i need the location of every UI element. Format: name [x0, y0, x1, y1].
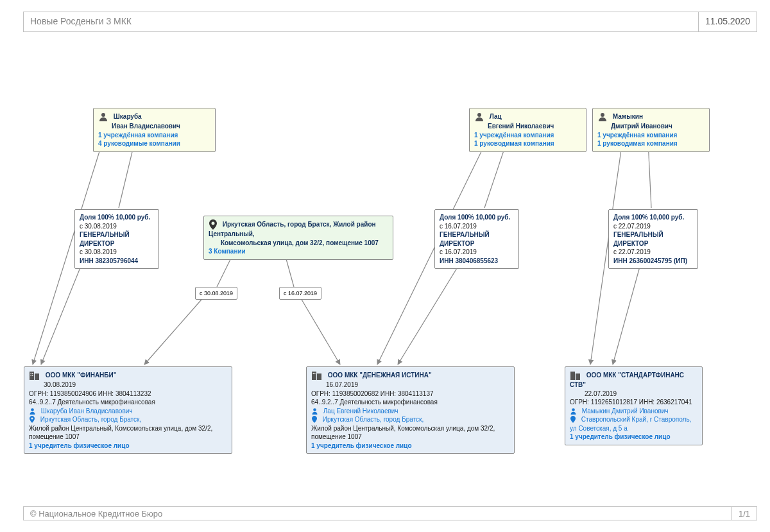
- svg-rect-24: [317, 373, 321, 380]
- person-lastname: Шкаруба: [114, 113, 142, 120]
- svg-point-15: [601, 113, 604, 117]
- person-icon: [98, 112, 108, 122]
- relation-node-1: Доля 100% 10,000 руб. с 30.08.2019 ГЕНЕР…: [74, 209, 159, 269]
- person-firstname: Евгений Николаевич: [488, 123, 554, 130]
- company-address-link[interactable]: Ставропольский Край, г Ставрополь,: [581, 416, 692, 423]
- svg-rect-20: [31, 375, 32, 376]
- company-name: ООО МКК "ФИНАНБИ": [46, 372, 117, 379]
- role-date: с 22.07.2019: [613, 248, 693, 257]
- company-activity: 64..9.2..7 Деятельность микрофинансовая: [29, 398, 227, 407]
- building-icon: [29, 370, 40, 381]
- svg-rect-19: [32, 373, 33, 374]
- pin-icon: [209, 219, 218, 230]
- company-date: 16.07.2019: [326, 381, 509, 390]
- role-text: ГЕНЕРАЛЬНЫЙ ДИРЕКТОР: [80, 230, 154, 248]
- svg-rect-23: [312, 372, 316, 380]
- svg-rect-18: [31, 373, 32, 374]
- role-text: ГЕНЕРАЛЬНЫЙ ДИРЕКТОР: [613, 230, 693, 248]
- header-bar: Новые Росденьги 3 МКК 11.05.2020: [23, 12, 757, 32]
- managed-link[interactable]: 4 руководимые компании: [98, 139, 210, 148]
- svg-rect-21: [32, 375, 33, 376]
- svg-rect-28: [570, 372, 575, 380]
- founded-link[interactable]: 1 учреждённая компания: [98, 131, 210, 140]
- founded-link[interactable]: 1 учреждённая компания: [474, 131, 581, 140]
- founders-link[interactable]: 1 учредитель физическое лицо: [29, 442, 227, 450]
- svg-line-4: [144, 295, 205, 365]
- companies-at-address-link[interactable]: 3 Компании: [209, 247, 388, 256]
- company-date: 22.07.2019: [585, 390, 697, 399]
- svg-line-6: [299, 295, 340, 365]
- copyright-text: © Национальное Кредитное Бюро: [24, 507, 732, 520]
- company-date: 30.08.2019: [44, 381, 227, 390]
- company-address2[interactable]: ул Советская, д 5 а: [570, 424, 697, 433]
- svg-rect-29: [576, 373, 580, 380]
- company-name: ООО МКК "СТАНДАРТФИНАНС СТВ": [570, 372, 684, 388]
- company-activity: 64..9.2..7 Деятельность микрофинансовая: [311, 398, 509, 407]
- company-ids: ОГРН: 1192651012817 ИНН: 2636217041: [570, 398, 697, 407]
- edge-date-label-1: с 30.08.2019: [195, 287, 237, 300]
- inn-text: ИНН 263600245795 (ИП): [613, 257, 693, 266]
- person-node-shkaruba[interactable]: Шкаруба Иван Владиславович 1 учреждённая…: [93, 108, 216, 152]
- svg-point-30: [572, 409, 575, 412]
- svg-line-1: [41, 260, 83, 365]
- svg-rect-17: [35, 373, 39, 380]
- company-address-link[interactable]: Иркутская Область, город Братск,: [323, 416, 424, 423]
- company-director-link[interactable]: Мамыкин Дмитрий Иванович: [582, 408, 669, 415]
- share-date: с 16.07.2019: [440, 222, 514, 231]
- share-text: Доля 100% 10,000 руб.: [80, 213, 154, 222]
- relation-node-2: Доля 100% 10,000 руб. с 16.07.2019 ГЕНЕР…: [434, 209, 519, 269]
- svg-rect-26: [314, 373, 316, 374]
- company-address2: Жилой район Центральный, Комсомольская у…: [29, 424, 227, 442]
- company-node-standartfinans[interactable]: ООО МКК "СТАНДАРТФИНАНС СТВ" 22.07.2019 …: [565, 366, 703, 445]
- edge-date-label-2: с 16.07.2019: [279, 287, 321, 300]
- person-node-lats[interactable]: Лац Евгений Николаевич 1 учреждённая ком…: [469, 108, 586, 152]
- relation-node-3: Доля 100% 10,000 руб. с 22.07.2019 ГЕНЕР…: [608, 209, 698, 269]
- page-number: 1/1: [732, 507, 757, 520]
- building-icon: [570, 370, 581, 381]
- pin-small-icon: [570, 416, 576, 424]
- addr-line2: Комсомольская улица, дом 32/2, помещение…: [221, 239, 379, 246]
- inn-text: ИНН 382305796044: [80, 257, 154, 266]
- company-director-link[interactable]: Лац Евгений Николаевич: [323, 408, 398, 415]
- svg-rect-16: [30, 372, 34, 380]
- pin-small-icon: [311, 416, 318, 424]
- page-title: Новые Росденьги 3 МКК: [24, 12, 698, 31]
- person-icon: [597, 112, 608, 122]
- role-date: с 30.08.2019: [80, 248, 154, 257]
- founded-link[interactable]: 1 учреждённая компания: [597, 131, 705, 140]
- addr-line1: Иркутская Область, город Братск, Жилой р…: [209, 221, 376, 237]
- company-ids: ОГРН: 1193850020682 ИНН: 3804113137: [311, 390, 509, 399]
- share-date: с 22.07.2019: [613, 222, 693, 231]
- company-node-denezhnaya-istina[interactable]: ООО МКК "ДЕНЕЖНАЯ ИСТИНА" 16.07.2019 ОГР…: [306, 366, 515, 454]
- company-ids: ОГРН: 1193850024906 ИНН: 3804113232: [29, 390, 227, 399]
- managed-link[interactable]: 1 руководимая компания: [474, 139, 581, 148]
- inn-text: ИНН 380406855623: [440, 257, 514, 266]
- svg-point-14: [477, 113, 481, 117]
- person-small-icon: [29, 408, 36, 415]
- company-node-finanbi[interactable]: ООО МКК "ФИНАНБИ" 30.08.2019 ОГРН: 11938…: [24, 366, 232, 454]
- svg-point-27: [313, 409, 316, 412]
- person-firstname: Иван Владиславович: [112, 123, 180, 130]
- svg-line-8: [398, 260, 462, 365]
- share-text: Доля 100% 10,000 руб.: [613, 213, 693, 222]
- company-name: ООО МКК "ДЕНЕЖНАЯ ИСТИНА": [328, 372, 432, 379]
- svg-point-22: [31, 409, 34, 412]
- founders-link[interactable]: 1 учредитель физическое лицо: [311, 442, 509, 450]
- svg-point-13: [101, 113, 105, 117]
- footer-bar: © Национальное Кредитное Бюро 1/1: [23, 506, 757, 520]
- role-text: ГЕНЕРАЛЬНЫЙ ДИРЕКТОР: [440, 230, 514, 248]
- company-director-link[interactable]: Шкаруба Иван Владиславович: [41, 408, 133, 415]
- founders-link[interactable]: 1 учредитель физическое лицо: [570, 433, 697, 442]
- share-text: Доля 100% 10,000 руб.: [440, 213, 514, 222]
- svg-rect-25: [313, 373, 314, 374]
- person-node-mamykin[interactable]: Мамыкин Дмитрий Иванович 1 учреждённая к…: [592, 108, 710, 152]
- role-date: с 16.07.2019: [440, 248, 514, 257]
- company-address-link[interactable]: Иркутская Область, город Братск,: [40, 416, 141, 423]
- managed-link[interactable]: 1 руководимая компания: [597, 139, 705, 148]
- report-date: 11.05.2020: [698, 12, 757, 31]
- location-node[interactable]: Иркутская Область, город Братск, Жилой р…: [203, 216, 393, 260]
- person-small-icon: [570, 408, 577, 415]
- person-firstname: Дмитрий Иванович: [611, 123, 672, 130]
- pin-small-icon: [29, 416, 35, 424]
- building-icon: [311, 370, 323, 381]
